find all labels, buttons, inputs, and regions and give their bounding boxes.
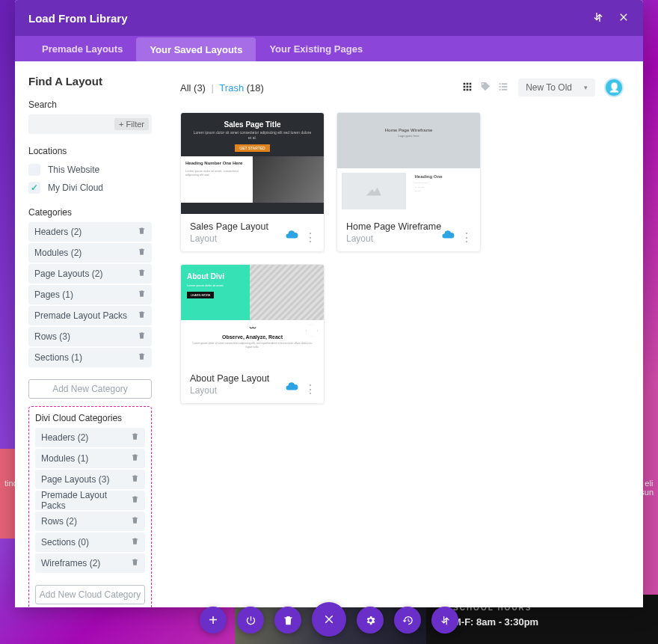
filter-trash-link[interactable]: Trash (18): [219, 82, 263, 93]
trash-icon[interactable]: [131, 432, 139, 443]
modal-title: Load From Library: [28, 12, 128, 25]
tab-premade-layouts[interactable]: Premade Layouts: [28, 36, 136, 61]
tab-saved-layouts[interactable]: Your Saved Layouts: [136, 37, 256, 61]
power-button[interactable]: [237, 607, 264, 634]
sort-dropdown[interactable]: New To Old ▾: [518, 79, 595, 96]
trash-icon[interactable]: [131, 495, 139, 506]
close-builder-button[interactable]: [312, 602, 346, 637]
portability-button[interactable]: [431, 607, 458, 634]
category-label: Sections (0): [41, 537, 89, 548]
category-label: Rows (2): [41, 516, 77, 527]
layout-card[interactable]: Sales Page Title Lorem ipsum dolor sit a…: [180, 112, 325, 252]
add-cloud-category-button[interactable]: Add New Cloud Category: [35, 585, 145, 604]
trash-icon[interactable]: [138, 269, 146, 279]
category-label: Page Layouts (3): [41, 474, 109, 485]
history-button[interactable]: [394, 607, 421, 634]
cloud-category-item[interactable]: Headers (2): [35, 428, 145, 447]
category-label: Modules (2): [34, 248, 82, 258]
trash-icon[interactable]: [131, 474, 139, 485]
filter-all-link[interactable]: All (3): [180, 82, 206, 93]
modal-tabs: Premade Layouts Your Saved Layouts Your …: [15, 36, 643, 61]
trash-icon[interactable]: [131, 537, 139, 548]
close-icon[interactable]: [618, 11, 630, 25]
trash-icon[interactable]: [138, 352, 146, 363]
search-input[interactable]: + Filter: [28, 114, 152, 134]
trash-icon[interactable]: [138, 331, 146, 342]
layout-card[interactable]: About DiviLorem ipsum dolor sit amet.LEA…: [180, 264, 325, 404]
category-label: Premade Layout Packs: [34, 310, 127, 321]
find-layout-title: Find A Layout: [28, 75, 152, 88]
trash-icon[interactable]: [131, 453, 139, 464]
list-view-icon[interactable]: [497, 81, 509, 95]
category-label: Premade Layout Packs: [41, 490, 131, 511]
category-item[interactable]: Sections (1): [28, 348, 152, 367]
sidebar: Find A Layout Search + Filter Locations …: [15, 61, 161, 607]
cloud-category-item[interactable]: Modules (1): [35, 449, 145, 468]
card-thumbnail: Sales Page Title Lorem ipsum dolor sit a…: [181, 113, 324, 214]
chevron-down-icon: ▾: [584, 84, 588, 91]
category-item[interactable]: Premade Layout Packs: [28, 306, 152, 325]
category-label: Rows (3): [34, 331, 70, 342]
card-menu-icon[interactable]: ⋮: [304, 232, 316, 244]
category-item[interactable]: Pages (1): [28, 285, 152, 304]
location-this-website[interactable]: This Website: [28, 161, 152, 179]
main-content: All (3) | Trash (18) New To Old ▾: [161, 61, 643, 607]
sort-label: New To Old: [526, 82, 572, 93]
location-my-divi-cloud[interactable]: My Divi Cloud: [28, 179, 152, 197]
grid-view-icon[interactable]: [461, 81, 473, 95]
school-hours-value: M-F: 8am - 3:30pm: [453, 616, 658, 628]
trash-icon[interactable]: [138, 310, 146, 321]
cloud-categories-panel: Divi Cloud Categories Headers (2)Modules…: [28, 406, 152, 607]
cloud-category-item[interactable]: Premade Layout Packs: [35, 491, 145, 510]
modal-header: Load From Library: [15, 0, 643, 36]
category-item[interactable]: Rows (3): [28, 327, 152, 346]
card-menu-icon[interactable]: ⋮: [461, 232, 473, 244]
portability-icon[interactable]: [592, 11, 604, 25]
locations-label: Locations: [28, 146, 152, 156]
category-item[interactable]: Modules (2): [28, 243, 152, 263]
category-label: Page Layouts (2): [34, 269, 102, 279]
add-category-button[interactable]: Add New Category: [28, 379, 152, 399]
trash-icon[interactable]: [138, 289, 146, 300]
location-label: This Website: [48, 165, 99, 175]
category-item[interactable]: Headers (2): [28, 222, 152, 242]
layout-card[interactable]: Home Page WireframeLogo goes here Headin…: [336, 112, 481, 252]
library-modal: Load From Library Premade Layouts Your S…: [15, 0, 643, 607]
cloud-icon: [285, 380, 298, 396]
cloud-category-item[interactable]: Page Layouts (3): [35, 470, 145, 489]
checkbox-icon: [28, 164, 40, 176]
trash-icon[interactable]: [131, 558, 139, 568]
category-label: Headers (2): [41, 432, 88, 443]
category-label: Pages (1): [34, 289, 73, 300]
add-section-button[interactable]: +: [200, 607, 227, 634]
category-label: Sections (1): [34, 352, 82, 363]
category-label: Wireframes (2): [41, 558, 100, 568]
result-filter: All (3) | Trash (18): [180, 82, 264, 93]
cloud-category-item[interactable]: Rows (2): [35, 512, 145, 531]
trash-icon[interactable]: [138, 248, 146, 258]
settings-button[interactable]: [357, 607, 384, 634]
card-thumbnail: Home Page WireframeLogo goes here Headin…: [337, 113, 480, 214]
user-avatar[interactable]: [604, 78, 624, 97]
cloud-icon: [285, 228, 298, 244]
category-label: Headers (2): [34, 227, 82, 237]
location-label: My Divi Cloud: [48, 183, 103, 193]
category-item[interactable]: Page Layouts (2): [28, 264, 152, 283]
card-menu-icon[interactable]: ⋮: [304, 384, 316, 396]
trash-icon[interactable]: [131, 516, 139, 527]
checkbox-checked-icon: [28, 182, 40, 194]
categories-label: Categories: [28, 207, 152, 218]
cloud-icon: [441, 228, 455, 244]
builder-toolbar: +: [200, 607, 458, 637]
category-label: Modules (1): [41, 453, 88, 464]
search-label: Search: [28, 99, 152, 110]
cloud-categories-title: Divi Cloud Categories: [35, 413, 145, 423]
tab-existing-pages[interactable]: Your Existing Pages: [256, 36, 376, 61]
card-thumbnail: About DiviLorem ipsum dolor sit amet.LEA…: [181, 265, 324, 366]
trash-button[interactable]: [274, 607, 301, 634]
filter-button[interactable]: + Filter: [114, 118, 149, 130]
trash-icon[interactable]: [138, 227, 146, 237]
cloud-category-item[interactable]: Wireframes (2): [35, 553, 145, 573]
cloud-category-item[interactable]: Sections (0): [35, 533, 145, 552]
tags-view-icon[interactable]: [479, 81, 491, 95]
